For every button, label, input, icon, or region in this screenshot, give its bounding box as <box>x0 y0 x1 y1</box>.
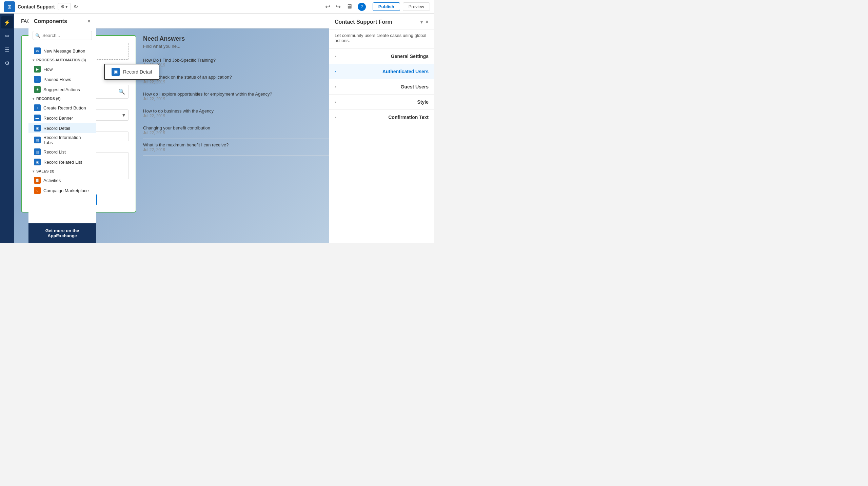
section-chevron-icon: ▾ <box>33 58 34 62</box>
record-info-tabs-icon: ▤ <box>34 137 41 143</box>
components-panel-header: Components × <box>28 14 96 28</box>
comp-item-new-message[interactable]: ✉ New Message Button <box>28 46 96 56</box>
chevron-right-icon: › <box>335 69 336 74</box>
comp-item-flow[interactable]: ▶ Flow <box>28 64 96 74</box>
props-description: Let community users create cases using g… <box>329 29 434 49</box>
props-panel-header: Contact Support Form ▾ × <box>329 14 434 29</box>
settings-btn[interactable]: ⚙ ▾ <box>58 3 71 10</box>
topbar: ⊞ Contact Support ⚙ ▾ ↻ ↩ ↪ 🖥 ? Publish … <box>0 0 434 14</box>
section-records[interactable]: ▾ RECORDS (6) <box>28 95 96 103</box>
props-section-label: Guest Users <box>401 84 429 89</box>
status-dropdown-icon: ▾ <box>122 112 125 118</box>
sidebar-icon-lightning[interactable]: ⚡ <box>1 16 13 28</box>
properties-panel: Contact Support Form ▾ × Let community u… <box>329 14 434 243</box>
components-panel-title: Components <box>34 18 67 24</box>
content-area: FAQs ▾ More ▾ 🔍 Search... Content Header <box>14 14 434 243</box>
comp-item-record-list[interactable]: ▤ Record List <box>28 147 96 157</box>
components-search-icon: 🔍 <box>35 33 40 38</box>
publish-button[interactable]: Publish <box>373 2 400 11</box>
create-record-icon: + <box>34 104 41 111</box>
props-sections: › General Settings › Authenticated Users… <box>329 49 434 243</box>
comp-item-paused-flows[interactable]: ⏸ Paused Flows <box>28 74 96 84</box>
props-section-label: Confirmation Text <box>388 115 429 120</box>
preview-button[interactable]: Preview <box>403 2 430 11</box>
section-chevron-icon: ▾ <box>33 169 34 173</box>
comp-item-activities[interactable]: 📋 Activities <box>28 175 96 185</box>
props-section-confirmation[interactable]: › Confirmation Text <box>329 110 434 125</box>
app-name: Contact Support <box>18 4 55 9</box>
comp-item-campaign-marketplace[interactable]: ○ Campaign Marketplace <box>28 185 96 196</box>
comp-record-detail-label: Record Detail <box>43 126 70 131</box>
props-section-label: General Settings <box>391 54 429 59</box>
props-section-guest[interactable]: › Guest Users <box>329 79 434 95</box>
sidebar-icon-list[interactable]: ☰ <box>1 43 13 56</box>
flow-icon: ▶ <box>34 66 41 73</box>
record-list-icon: ▤ <box>34 148 41 155</box>
record-detail-icon: ▣ <box>34 125 41 131</box>
components-panel: Components × 🔍 ✉ New Message Button ▾ <box>28 14 96 243</box>
components-search-area: 🔍 <box>28 28 96 43</box>
chevron-right-icon: › <box>335 115 336 120</box>
sidebar-icon-edit[interactable]: ✏ <box>1 30 13 42</box>
campaign-marketplace-icon: ○ <box>34 187 41 194</box>
comp-item-record-banner[interactable]: ▬ Record Banner <box>28 113 96 123</box>
new-message-icon: ✉ <box>34 47 41 54</box>
chevron-right-icon: › <box>335 100 336 104</box>
props-panel-title: Contact Support Form <box>335 19 392 25</box>
props-close-btn[interactable]: × <box>426 19 429 25</box>
props-dropdown-icon[interactable]: ▾ <box>420 19 423 25</box>
record-related-list-icon: ▣ <box>34 159 41 165</box>
help-btn[interactable]: ? <box>358 3 366 11</box>
components-panel-close-btn[interactable]: × <box>87 18 91 24</box>
form-search-icon: 🔍 <box>118 88 125 95</box>
comp-item-suggested-actions[interactable]: ✦ Suggested Actions <box>28 84 96 95</box>
chevron-right-icon: › <box>335 84 336 89</box>
gear-icon: ⚙ <box>61 4 65 9</box>
suggested-actions-icon: ✦ <box>34 86 41 93</box>
dropdown-arrow-icon: ▾ <box>65 4 68 9</box>
app-icon: ⊞ <box>4 1 15 12</box>
section-sales[interactable]: ▾ SALES (3) <box>28 167 96 175</box>
comp-item-record-info-tabs[interactable]: ▤ Record Information Tabs <box>28 133 96 147</box>
refresh-btn[interactable]: ↻ <box>74 3 78 10</box>
components-search-input[interactable] <box>33 31 92 40</box>
appexchange-button[interactable]: Get more on the AppExchange <box>28 223 96 243</box>
comp-item-record-related-list[interactable]: ▣ Record Related List <box>28 157 96 167</box>
comp-item-create-record-btn[interactable]: + Create Record Button <box>28 103 96 113</box>
section-chevron-icon: ▾ <box>33 97 34 101</box>
drag-tooltip-icon: ▣ <box>112 68 120 76</box>
props-section-authenticated[interactable]: › Authenticated Users <box>329 64 434 79</box>
drag-tooltip-label: Record Detail <box>123 69 152 75</box>
props-section-style[interactable]: › Style <box>329 95 434 110</box>
paused-flows-icon: ⏸ <box>34 76 41 83</box>
sidebar-icons: ⚡ ✏ ☰ ⚙ <box>0 14 14 243</box>
props-section-label: Authenticated Users <box>382 69 429 74</box>
props-icons: ▾ × <box>420 19 429 25</box>
activities-icon: 📋 <box>34 177 41 184</box>
section-process-automation[interactable]: ▾ PROCESS AUTOMATION (3) <box>28 56 96 64</box>
components-list: ✉ New Message Button ▾ PROCESS AUTOMATIO… <box>28 43 96 223</box>
drag-tooltip: ▣ Record Detail <box>104 64 159 80</box>
sidebar-icon-settings[interactable]: ⚙ <box>1 57 13 69</box>
record-banner-icon: ▬ <box>34 115 41 121</box>
redo-btn[interactable]: ↪ <box>336 3 341 11</box>
device-preview-btn[interactable]: 🖥 <box>346 3 352 10</box>
comp-item-record-detail[interactable]: ▣ Record Detail <box>28 123 96 133</box>
chevron-right-icon: › <box>335 54 336 59</box>
props-section-general[interactable]: › General Settings <box>329 49 434 64</box>
undo-btn[interactable]: ↩ <box>325 3 330 11</box>
props-section-label: Style <box>417 99 429 105</box>
main-area: ⚡ ✏ ☰ ⚙ FAQs ▾ More ▾ 🔍 Search... <box>0 14 434 243</box>
